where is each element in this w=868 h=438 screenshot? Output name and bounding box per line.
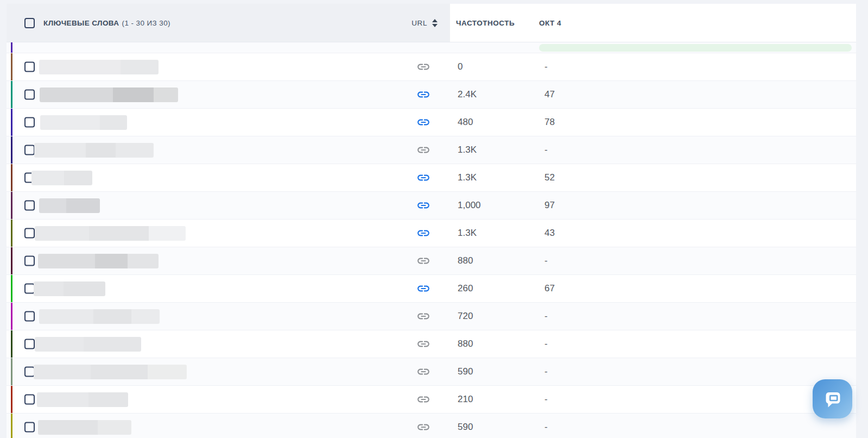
row-color-stripe — [11, 220, 12, 247]
url-link-icon[interactable] — [416, 337, 430, 351]
frequency-value: 0 — [458, 61, 462, 72]
url-link-icon[interactable] — [416, 115, 430, 129]
frequency-value: 880 — [458, 339, 473, 349]
keywords-column-header: КЛЮЧЕВЫЕ СЛОВА(1 - 30 ИЗ 30) — [43, 19, 170, 27]
url-link-icon[interactable] — [416, 392, 430, 406]
position-heat-bar — [539, 44, 852, 52]
keyword-redacted-text — [39, 60, 159, 74]
row-color-stripe — [11, 136, 12, 164]
keyword-redacted-text — [34, 281, 105, 296]
frequency-value: 1.3K — [458, 145, 477, 155]
table-row[interactable]: 880 - — [7, 330, 856, 358]
frequency-value: 590 — [458, 366, 473, 377]
url-link-icon[interactable] — [416, 198, 430, 212]
support-chat-button[interactable] — [813, 379, 852, 418]
keyword-redacted-text — [39, 198, 100, 213]
table-row[interactable]: 1,000 97 — [7, 191, 856, 219]
row-color-stripe — [11, 81, 12, 108]
keyword-redacted-text — [34, 143, 154, 158]
row-color-stripe — [11, 303, 12, 330]
sort-arrows-icon[interactable] — [432, 19, 438, 27]
url-link-icon[interactable] — [416, 171, 430, 185]
url-link-icon[interactable] — [416, 254, 430, 268]
table-header: КЛЮЧЕВЫЕ СЛОВА(1 - 30 ИЗ 30) URL ЧАСТОТН… — [7, 4, 856, 42]
row-color-stripe — [11, 414, 12, 438]
oct4-value: 97 — [544, 200, 555, 211]
table-row[interactable]: 880 - — [7, 247, 856, 274]
row-color-stripe — [11, 42, 12, 53]
table-row[interactable]: 260 67 — [7, 274, 856, 302]
header-right-cell: ЧАСТОТНОСТЬ ОКТ 4 — [450, 4, 856, 42]
row-checkbox[interactable] — [24, 145, 35, 155]
table-row[interactable]: 2.4K 47 — [7, 80, 856, 108]
table-row[interactable]: 1.3K 43 — [7, 219, 856, 247]
select-all-checkbox[interactable] — [24, 18, 35, 28]
oct4-value: - — [544, 366, 548, 377]
keyword-redacted-text — [40, 87, 178, 102]
keywords-label: КЛЮЧЕВЫЕ СЛОВА — [43, 19, 119, 27]
oct4-value: - — [544, 394, 548, 405]
row-color-stripe — [11, 386, 12, 413]
url-link-icon[interactable] — [416, 420, 430, 434]
row-checkbox[interactable] — [24, 395, 35, 405]
page-left-margin — [0, 0, 7, 438]
frequency-column-header[interactable]: ЧАСТОТНОСТЬ — [456, 19, 515, 27]
row-checkbox[interactable] — [24, 256, 35, 266]
table-row[interactable]: 590 - — [7, 413, 856, 438]
url-link-icon[interactable] — [416, 226, 430, 240]
keyword-redacted-text — [34, 365, 187, 379]
frequency-value: 1.3K — [458, 172, 477, 183]
keyword-redacted-text — [39, 309, 160, 324]
keywords-range: (1 - 30 ИЗ 30) — [122, 19, 170, 27]
date-column-header[interactable]: ОКТ 4 — [539, 19, 561, 27]
table-row[interactable]: 720 - — [7, 302, 856, 330]
oct4-value: 43 — [544, 228, 555, 239]
url-link-icon[interactable] — [416, 309, 430, 323]
table-row[interactable]: 480 78 — [7, 108, 856, 136]
oct4-value: - — [544, 339, 548, 349]
row-color-stripe — [11, 192, 12, 219]
row-checkbox[interactable] — [24, 422, 35, 433]
frequency-value: 720 — [458, 311, 473, 322]
keyword-redacted-text — [38, 420, 131, 435]
url-column-header[interactable]: URL — [411, 19, 438, 27]
row-checkbox[interactable] — [24, 62, 35, 72]
row-color-stripe — [11, 358, 12, 385]
url-link-icon[interactable] — [416, 87, 430, 102]
row-checkbox[interactable] — [24, 90, 35, 100]
row-checkbox[interactable] — [24, 228, 35, 239]
frequency-value: 210 — [458, 394, 473, 405]
url-label: URL — [411, 19, 427, 27]
oct4-value: - — [544, 255, 548, 266]
url-link-icon[interactable] — [416, 60, 430, 74]
url-link-icon[interactable] — [416, 365, 430, 379]
frequency-value: 260 — [458, 283, 473, 294]
header-left-cell: КЛЮЧЕВЫЕ СЛОВА(1 - 30 ИЗ 30) URL — [7, 4, 450, 42]
partial-row-top — [7, 42, 856, 53]
oct4-value: - — [544, 422, 548, 433]
row-color-stripe — [11, 275, 12, 302]
frequency-value: 480 — [458, 117, 473, 128]
table-row[interactable]: 210 - — [7, 385, 856, 413]
frequency-value: 2.4K — [458, 89, 477, 100]
row-checkbox[interactable] — [24, 339, 35, 349]
table-row[interactable]: 590 - — [7, 358, 856, 385]
page-right-margin — [856, 0, 868, 438]
keyword-redacted-text — [40, 115, 127, 130]
row-checkbox[interactable] — [24, 117, 35, 128]
table-row[interactable]: 0 - — [7, 53, 856, 80]
row-checkbox[interactable] — [24, 201, 35, 211]
row-checkbox[interactable] — [24, 311, 35, 322]
oct4-value: - — [544, 145, 548, 155]
table-row[interactable]: 1.3K 52 — [7, 164, 856, 191]
url-link-icon[interactable] — [416, 143, 430, 157]
oct4-value: 52 — [544, 172, 555, 183]
row-color-stripe — [11, 330, 12, 358]
oct4-value: 47 — [544, 89, 555, 100]
row-color-stripe — [11, 53, 12, 80]
url-link-icon[interactable] — [416, 281, 430, 296]
table-body: 0 - 2.4K 47 480 78 1.3K — [7, 53, 856, 438]
table-row[interactable]: 1.3K - — [7, 136, 856, 164]
frequency-value: 880 — [458, 255, 473, 266]
keyword-redacted-text — [31, 171, 92, 185]
